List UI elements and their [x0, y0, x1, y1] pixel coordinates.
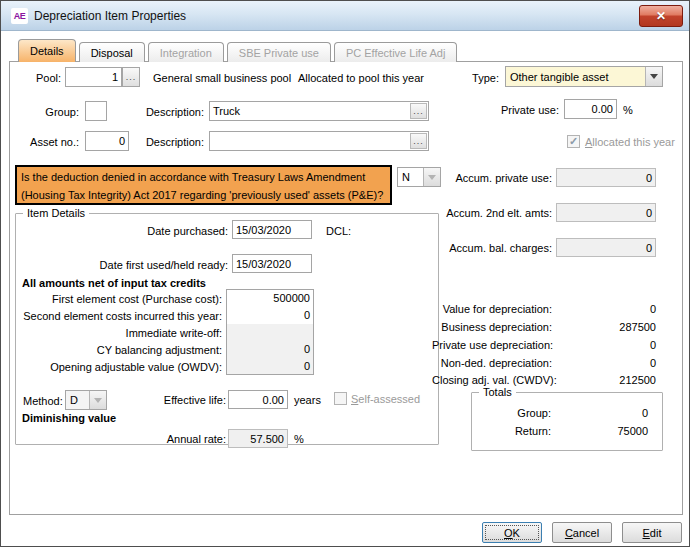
cancel-button[interactable]: Cancel [552, 522, 612, 543]
description1-field[interactable]: Truck [209, 101, 429, 121]
opening-adjustable-value-label: Opening adjustable value (OWDV): [21, 361, 222, 373]
opening-adjustable-value-field: 0 [227, 357, 313, 374]
closing-adj-val-label: Closing adj. val. (CWDV): [432, 374, 552, 386]
item-details-legend: Item Details [23, 207, 89, 219]
group-label: Group: [29, 106, 79, 118]
app-icon: AE [11, 8, 28, 24]
non-ded-depreciation-label: Non-ded. depreciation: [432, 357, 552, 369]
method-combobox[interactable]: D [65, 390, 107, 410]
method-description: Diminishing value [22, 412, 116, 424]
pool-name-text: General small business pool [153, 72, 291, 84]
tab-sbe-private-use: SBE Private use [227, 42, 331, 62]
annual-rate-label: Annual rate: [146, 433, 226, 445]
method-label: Method: [23, 395, 63, 407]
first-element-cost-field[interactable]: 500000 [227, 290, 313, 307]
cy-balancing-adjustment-field: 0 [227, 340, 313, 357]
question-line1: Is the deduction denied in accordance wi… [21, 168, 386, 186]
totals-return-value: 75000 [561, 425, 648, 437]
question-line2: (Housing Tax Integrity) Act 2017 regardi… [21, 186, 386, 204]
totals-return-label: Return: [491, 425, 551, 437]
accum-private-use-label: Accum. private use: [432, 172, 552, 184]
private-use-depreciation-label: Private use depreciation: [432, 339, 552, 351]
date-first-used-field[interactable]: 15/03/2020 [232, 254, 312, 273]
description2-field[interactable] [209, 131, 429, 151]
cy-balancing-adjustment-label: CY balancing adjustment: [21, 344, 222, 356]
allocated-this-year-checkbox [567, 135, 580, 148]
private-use-depreciation-value: 0 [576, 339, 656, 351]
private-use-field[interactable]: 0.00 [564, 99, 617, 119]
asset-no-field[interactable]: 0 [85, 131, 129, 151]
private-use-label: Private use: [481, 104, 559, 116]
tab-pc-effective-life-adj: PC Effective Life Adj [334, 42, 457, 62]
effective-life-field[interactable]: 0.00 [228, 390, 288, 409]
accum-bal-charges-label: Accum. bal. charges: [432, 242, 552, 254]
effective-life-unit: years [294, 394, 321, 406]
accum-2nd-elt-amts-label: Accum. 2nd elt. amts: [432, 207, 552, 219]
allocated-to-pool-text: Allocated to pool this year [298, 72, 424, 84]
allocated-this-year-label: Allocated this year [585, 136, 675, 148]
accum-2nd-elt-amts-field: 0 [556, 203, 656, 222]
business-depreciation-value: 287500 [576, 321, 656, 333]
close-icon: ✕ [656, 9, 666, 23]
description2-label: Description: [141, 136, 204, 148]
value-for-depreciation-value: 0 [576, 303, 656, 315]
accum-bal-charges-field: 0 [556, 238, 656, 257]
tab-details[interactable]: Details [18, 39, 76, 62]
method-value: D [66, 394, 89, 406]
self-assessed-checkbox [334, 392, 347, 405]
title-bar: AE Depreciation Item Properties ✕ [1, 1, 689, 31]
description1-label: Description: [141, 106, 204, 118]
type-dropdown-arrow-icon[interactable] [645, 67, 662, 86]
close-button[interactable]: ✕ [639, 5, 683, 27]
pool-browse-button[interactable]: ... [122, 67, 140, 87]
cost-values-box: 500000 0 0 0 [226, 289, 314, 375]
type-label: Type: [465, 72, 499, 84]
method-dropdown-arrow-icon [89, 391, 106, 409]
immediate-write-off-field [227, 324, 313, 341]
totals-legend: Totals [479, 386, 516, 398]
date-purchased-field[interactable]: 15/03/2020 [232, 220, 312, 239]
ok-button[interactable]: OK [482, 522, 542, 543]
pool-label: Pool: [19, 72, 61, 84]
tab-disposal[interactable]: Disposal [79, 42, 145, 62]
second-element-costs-field[interactable]: 0 [227, 307, 313, 324]
asset-no-label: Asset no.: [25, 136, 79, 148]
group-field[interactable] [85, 101, 107, 121]
private-use-unit: % [623, 104, 633, 116]
closing-adj-val-value: 212500 [576, 374, 656, 386]
deduction-denied-question: Is the deduction denied in accordance wi… [15, 165, 392, 205]
description2-browse-button[interactable]: ... [410, 133, 427, 149]
dialog-title: Depreciation Item Properties [34, 9, 186, 23]
accum-private-use-field: 0 [556, 168, 656, 187]
non-ded-depreciation-value: 0 [576, 357, 656, 369]
pool-field[interactable]: 1 [65, 67, 122, 87]
first-element-cost-label: First element cost (Purchase cost): [21, 293, 222, 305]
type-value: Other tangible asset [506, 71, 645, 83]
tab-strip: Details Disposal Integration SBE Private… [18, 39, 457, 62]
second-element-costs-label: Second element costs incurred this year: [21, 310, 222, 322]
net-of-input-tax-note: All amounts net of input tax credits [22, 277, 206, 289]
immediate-write-off-label: Immediate write-off: [21, 327, 222, 339]
edit-button[interactable]: Edit [622, 522, 682, 543]
annual-rate-field: 57.500 [228, 429, 288, 448]
description1-browse-button[interactable]: ... [410, 103, 427, 119]
totals-group-value: 0 [561, 407, 648, 419]
effective-life-label: Effective life: [146, 394, 226, 406]
value-for-depreciation-label: Value for depreciation: [432, 303, 552, 315]
business-depreciation-label: Business depreciation: [432, 321, 552, 333]
dcl-label: DCL: [326, 225, 351, 237]
annual-rate-unit: % [294, 433, 304, 445]
type-combobox[interactable]: Other tangible asset [505, 66, 663, 87]
totals-groupbox: Totals [471, 392, 663, 451]
tab-integration: Integration [148, 42, 224, 62]
totals-group-label: Group: [491, 407, 551, 419]
depreciation-item-properties-dialog: AE Depreciation Item Properties ✕ Detail… [0, 0, 690, 547]
date-first-used-label: Date first used/held ready: [41, 259, 228, 271]
deduction-denied-value: N [398, 171, 423, 183]
date-purchased-label: Date purchased: [61, 225, 228, 237]
self-assessed-label: Self-assessed [351, 393, 420, 405]
